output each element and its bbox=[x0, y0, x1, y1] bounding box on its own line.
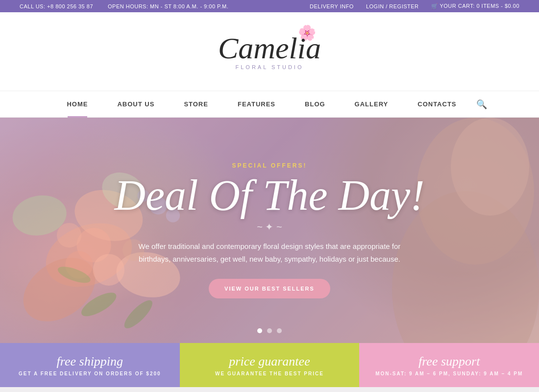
hero-title: Deal Of The Day! bbox=[115, 174, 425, 217]
hours-info: OPEN HOURS: MN - ST 8:00 A.M. - 9:00 P.M… bbox=[108, 3, 228, 9]
feature-box-shipping: free shipping GET A FREE DELIVERY ON ORD… bbox=[0, 343, 180, 387]
hero-dot-3[interactable] bbox=[277, 328, 282, 333]
nav-item-store[interactable]: STORE bbox=[169, 91, 223, 118]
feature-shipping-title: free shipping bbox=[57, 354, 123, 369]
feature-support-desc: MON-SAT: 9 AM – 6 PM, SUNDAY: 9 AM – 4 P… bbox=[375, 371, 523, 376]
hero-description: We offer traditional and contemporary fl… bbox=[132, 240, 407, 265]
cart-label: YOUR CART: bbox=[440, 3, 474, 9]
nav-item-features[interactable]: FEATURES bbox=[223, 91, 290, 118]
main-nav: HOME ABOUT US STORE FEATURES BLOG GALLER… bbox=[0, 91, 539, 118]
feature-support-title: free support bbox=[418, 354, 480, 369]
login-link[interactable]: LOGIN / REGISTER bbox=[366, 3, 419, 9]
hero-subtitle: SPECIAL OFFERS! bbox=[115, 162, 425, 169]
feature-box-price: price guarantee WE GUARANTEE THE BEST PR… bbox=[180, 343, 360, 387]
top-bar: CALL US: +8 800 256 35 87 OPEN HOURS: MN… bbox=[0, 0, 539, 12]
feature-price-title: price guarantee bbox=[229, 354, 310, 369]
hero-dot-1[interactable] bbox=[257, 328, 262, 333]
feature-shipping-desc: GET A FREE DELIVERY ON ORDERS OF $200 bbox=[19, 371, 161, 376]
hero-divider: ~ ✦ ~ bbox=[115, 221, 425, 233]
hero-cta-button[interactable]: VIEW OUR BEST SELLERS bbox=[209, 279, 330, 298]
site-header: 🌸 Camelia FLORAL STUDIO bbox=[0, 12, 539, 91]
top-bar-left: CALL US: +8 800 256 35 87 OPEN HOURS: MN… bbox=[20, 3, 228, 9]
cart-items: 0 ITEMS - $0.00 bbox=[476, 3, 519, 9]
hero-content: SPECIAL OFFERS! Deal Of The Day! ~ ✦ ~ W… bbox=[115, 162, 425, 298]
search-icon[interactable]: 🔍 bbox=[476, 99, 487, 110]
nav-item-about[interactable]: ABOUT US bbox=[102, 91, 169, 118]
feature-price-desc: WE GUARANTEE THE BEST PRICE bbox=[215, 371, 324, 376]
nav-item-gallery[interactable]: GALLERY bbox=[340, 91, 403, 118]
call-info: CALL US: +8 800 256 35 87 bbox=[20, 3, 93, 9]
nav-item-blog[interactable]: BLOG bbox=[290, 91, 340, 118]
hero-dots bbox=[257, 328, 282, 333]
nav-list: HOME ABOUT US STORE FEATURES BLOG GALLER… bbox=[52, 91, 471, 118]
logo[interactable]: 🌸 Camelia FLORAL STUDIO bbox=[218, 33, 321, 70]
logo-text: Camelia bbox=[218, 33, 321, 63]
feature-box-support: free support MON-SAT: 9 AM – 6 PM, SUNDA… bbox=[359, 343, 539, 387]
nav-item-home[interactable]: HOME bbox=[52, 91, 102, 118]
hero-dot-2[interactable] bbox=[267, 328, 272, 333]
logo-subtitle: FLORAL STUDIO bbox=[218, 64, 321, 70]
hero-section: SPECIAL OFFERS! Deal Of The Day! ~ ✦ ~ W… bbox=[0, 118, 539, 343]
feature-boxes: free shipping GET A FREE DELIVERY ON ORD… bbox=[0, 343, 539, 387]
cart-info[interactable]: 🛒 YOUR CART: 0 ITEMS - $0.00 bbox=[431, 3, 519, 9]
cart-icon: 🛒 bbox=[431, 3, 439, 9]
nav-item-contacts[interactable]: CONTACTS bbox=[403, 91, 471, 118]
delivery-link[interactable]: DELIVERY INFO bbox=[310, 3, 354, 9]
top-bar-right: DELIVERY INFO LOGIN / REGISTER 🛒 YOUR CA… bbox=[310, 3, 519, 9]
